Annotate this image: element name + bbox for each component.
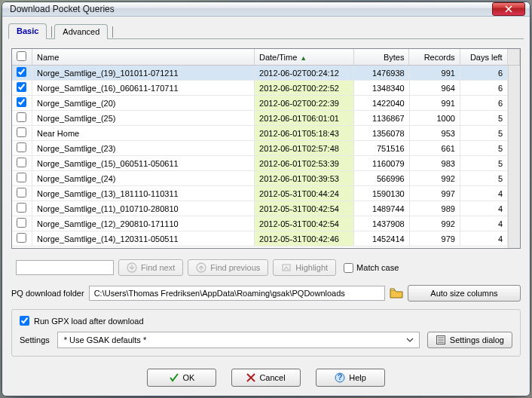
col-bytes[interactable]: Bytes — [354, 49, 409, 66]
cell-datetime: 2012-05-31T00:42:46 — [255, 231, 354, 246]
cell-datetime: 2012-06-01T02:53:39 — [255, 156, 354, 171]
row-checkbox[interactable] — [17, 112, 26, 122]
cell-datetime: 2012-06-02T00:24:12 — [255, 66, 354, 81]
cell-records: 661 — [409, 141, 460, 156]
row-checkbox[interactable] — [17, 158, 26, 167]
grid-header-row: Name Date/Time▲ Bytes Records Days left — [12, 49, 520, 66]
row-checkbox-cell[interactable] — [12, 126, 32, 141]
row-checkbox[interactable] — [17, 97, 26, 107]
col-name[interactable]: Name — [32, 49, 254, 66]
row-checkbox-cell[interactable] — [12, 231, 32, 246]
cell-bytes: 1348340 — [354, 81, 409, 96]
row-checkbox[interactable] — [17, 67, 26, 77]
row-checkbox[interactable] — [17, 233, 26, 243]
highlight-button[interactable]: Highlight — [273, 259, 336, 276]
run-gpx-checkbox[interactable] — [20, 316, 29, 326]
dialog-button-bar: OK Cancel ? Help — [8, 361, 524, 390]
auto-size-columns-button[interactable]: Auto size columns — [408, 285, 521, 302]
cell-name: Norge_Samtlige_(14)_120311-050511 — [32, 231, 254, 246]
col-datetime[interactable]: Date/Time▲ — [254, 49, 353, 66]
cell-datetime: 2012-06-01T02:57:48 — [255, 141, 354, 156]
row-checkbox[interactable] — [17, 82, 26, 92]
match-case-checkbox[interactable] — [344, 263, 353, 273]
row-checkbox-cell[interactable] — [12, 186, 32, 201]
cell-records: 989 — [409, 201, 460, 216]
titlebar: Download Pocket Queries — [2, 2, 530, 17]
run-gpx-option[interactable]: Run GPX load after download — [20, 316, 512, 326]
cell-bytes: 1476938 — [354, 66, 409, 81]
row-checkbox-cell[interactable] — [12, 96, 32, 111]
cell-bytes: 1452414 — [354, 231, 409, 246]
cell-name: Norge_Samtlige_(12)_290810-171110 — [32, 216, 254, 231]
vertical-scrollbar[interactable] — [508, 66, 520, 248]
row-checkbox-cell[interactable] — [12, 111, 32, 126]
help-button[interactable]: ? Help — [316, 369, 385, 387]
cancel-button[interactable]: Cancel — [231, 369, 301, 387]
row-checkbox-cell[interactable] — [12, 141, 32, 156]
settings-dialog-button[interactable]: Settings dialog — [427, 332, 512, 348]
cell-datetime: 2012-05-31T00:44:24 — [255, 186, 354, 201]
row-checkbox[interactable] — [17, 188, 26, 197]
table-row[interactable]: Norge_Samtlige_(14)_120311-0505112012-05… — [12, 231, 508, 246]
match-case-option[interactable]: Match case — [344, 263, 399, 273]
close-button[interactable] — [492, 2, 525, 16]
cell-daysleft: 6 — [460, 66, 507, 81]
sort-asc-icon: ▲ — [300, 54, 307, 62]
row-checkbox-cell[interactable] — [12, 171, 32, 186]
tab-basic[interactable]: Basic — [8, 23, 47, 39]
table-row[interactable]: Norge_Samtlige_(13)_181110-1103112012-05… — [12, 186, 508, 201]
tab-advanced[interactable]: Advanced — [54, 24, 108, 39]
row-checkbox[interactable] — [17, 203, 26, 213]
find-previous-button[interactable]: Find previous — [188, 259, 268, 276]
row-checkbox[interactable] — [17, 142, 26, 152]
select-all-checkbox[interactable] — [17, 51, 26, 61]
table-row[interactable]: Norge_Samtlige_(20)2012-06-02T00:22:3914… — [12, 96, 508, 111]
cell-datetime: 2012-06-02T00:22:52 — [255, 81, 354, 96]
cell-records: 991 — [409, 96, 460, 111]
settings-dialog-label: Settings dialog — [450, 335, 504, 344]
ok-button[interactable]: OK — [147, 369, 216, 387]
run-gpx-label: Run GPX load after download — [34, 317, 144, 326]
table-row[interactable]: Norge_Samtlige_(25)2012-06-01T06:01:0111… — [12, 111, 508, 126]
find-next-button[interactable]: Find next — [118, 259, 183, 276]
settings-combo[interactable]: * Use GSAK defaults * — [57, 332, 420, 348]
cell-daysleft: 4 — [460, 201, 507, 216]
find-next-label: Find next — [141, 263, 175, 272]
table-row[interactable]: Norge_Samtlige_(11)_010710-2808102012-05… — [12, 201, 508, 216]
cell-bytes: 1422040 — [354, 96, 409, 111]
browse-folder-button[interactable] — [390, 287, 403, 299]
table-row[interactable]: Norge_Samtlige_(16)_060611-1707112012-06… — [12, 81, 508, 96]
row-checkbox-cell[interactable] — [12, 216, 32, 231]
row-checkbox[interactable] — [17, 173, 26, 182]
table-row[interactable]: Norge_Samtlige_(15)_060511-0506112012-06… — [12, 156, 508, 171]
col-daysleft[interactable]: Days left — [460, 49, 507, 66]
cell-datetime: 2012-05-31T00:42:54 — [255, 216, 354, 231]
row-checkbox-cell[interactable] — [12, 201, 32, 216]
cell-daysleft: 5 — [460, 141, 507, 156]
row-checkbox[interactable] — [17, 127, 26, 137]
row-checkbox-cell[interactable] — [12, 66, 32, 81]
cell-bytes: 1160079 — [354, 156, 409, 171]
post-download-group: Run GPX load after download Settings * U… — [11, 309, 521, 357]
header-checkbox[interactable] — [12, 49, 32, 66]
table-row[interactable]: Near Home2012-06-01T05:18:4313560789535 — [12, 126, 508, 141]
cell-name: Norge_Samtlige_(24) — [32, 171, 254, 186]
download-folder-path[interactable]: C:\Users\Thomas Fredriksen\AppData\Roami… — [89, 286, 385, 301]
cell-daysleft: 5 — [460, 126, 507, 141]
col-records[interactable]: Records — [409, 49, 460, 66]
cell-name: Norge_Samtlige_(11)_010710-280810 — [32, 201, 254, 216]
table-row[interactable]: Norge_Samtlige_(19)_101011-0712112012-06… — [12, 66, 508, 81]
table-row[interactable]: Norge_Samtlige_(24)2012-06-01T00:39:5356… — [12, 171, 508, 186]
cell-records: 991 — [409, 66, 460, 81]
row-checkbox-cell[interactable] — [12, 156, 32, 171]
find-input[interactable] — [16, 260, 114, 275]
cell-bytes: 1489744 — [354, 201, 409, 216]
row-checkbox[interactable] — [17, 218, 26, 228]
cell-records: 953 — [409, 126, 460, 141]
help-icon: ? — [335, 372, 345, 383]
table-row[interactable]: Norge_Samtlige_(23)2012-06-01T02:57:4875… — [12, 141, 508, 156]
cell-records: 992 — [409, 171, 460, 186]
cell-name: Norge_Samtlige_(20) — [32, 96, 254, 111]
row-checkbox-cell[interactable] — [12, 81, 32, 96]
table-row[interactable]: Norge_Samtlige_(12)_290810-1711102012-05… — [12, 216, 508, 231]
